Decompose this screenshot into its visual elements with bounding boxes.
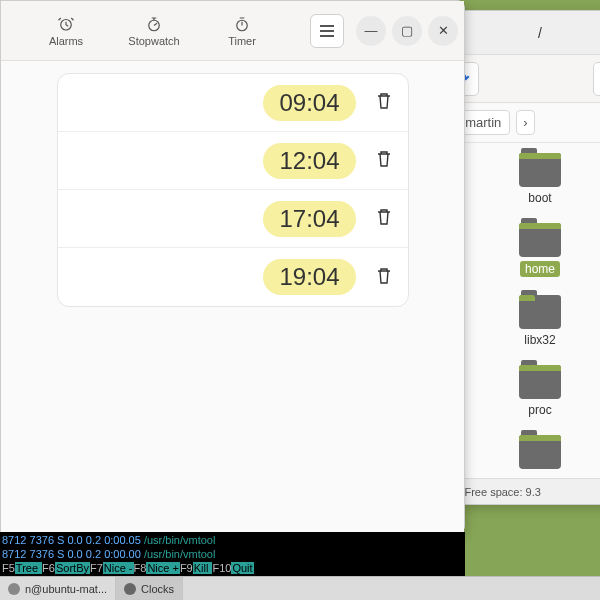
trash-icon [376, 150, 392, 168]
clocks-icon [124, 583, 136, 595]
time-pill: 09:04 [263, 85, 355, 121]
folder-icon [519, 365, 561, 399]
folder-icon [519, 295, 561, 329]
taskbar-item-clocks[interactable]: Clocks [116, 577, 183, 600]
terminal-output[interactable]: 8712 7376 S 0.0 0.2 0:00.05 /usr/bin/vmt… [0, 532, 465, 576]
world-clock-card: 09:04 12:04 17:04 19:04 [57, 73, 409, 307]
folder-item[interactable]: libx32 [519, 295, 561, 347]
breadcrumb-next[interactable]: › [516, 110, 534, 135]
timer-icon [233, 15, 251, 33]
clock-row[interactable]: 19:04 [58, 248, 408, 306]
folder-icon [519, 223, 561, 257]
folder-icon [519, 153, 561, 187]
folder-item[interactable]: home [519, 223, 561, 277]
clock-row[interactable]: 12:04 [58, 132, 408, 190]
delete-button[interactable] [372, 263, 396, 292]
hamburger-icon [319, 24, 335, 38]
tab-stopwatch[interactable]: Stopwatch [115, 6, 193, 56]
folder-item[interactable]: boot [519, 153, 561, 205]
time-pill: 19:04 [263, 259, 355, 295]
clock-row[interactable]: 09:04 [58, 74, 408, 132]
delete-button[interactable] [372, 204, 396, 233]
delete-button[interactable] [372, 146, 396, 175]
clocks-window: Alarms Stopwatch Timer — ▢ ✕ 09:04 [0, 0, 465, 534]
taskbar: n@ubuntu-mat... Clocks [0, 576, 600, 600]
stopwatch-icon [145, 15, 163, 33]
close-button[interactable]: ✕ [428, 16, 458, 46]
terminal-icon [8, 583, 20, 595]
minimize-button[interactable]: — [356, 16, 386, 46]
alarm-icon [57, 15, 75, 33]
taskbar-item-terminal[interactable]: n@ubuntu-mat... [0, 577, 116, 600]
menu-button[interactable] [310, 14, 344, 48]
tab-alarms[interactable]: Alarms [27, 6, 105, 56]
time-pill: 12:04 [263, 143, 355, 179]
delete-button[interactable] [372, 88, 396, 117]
tab-timer[interactable]: Timer [203, 6, 281, 56]
time-pill: 17:04 [263, 201, 355, 237]
trash-icon [376, 267, 392, 285]
maximize-button[interactable]: ▢ [392, 16, 422, 46]
trash-icon [376, 208, 392, 226]
clocks-body: 09:04 12:04 17:04 19:04 [1, 61, 464, 533]
folder-item[interactable] [519, 435, 561, 469]
trash-icon [376, 92, 392, 110]
clocks-header: Alarms Stopwatch Timer — ▢ ✕ [1, 1, 464, 61]
folder-icon [519, 435, 561, 469]
open-folder-button[interactable] [593, 62, 600, 96]
clock-row[interactable]: 17:04 [58, 190, 408, 248]
folder-item[interactable]: proc [519, 365, 561, 417]
